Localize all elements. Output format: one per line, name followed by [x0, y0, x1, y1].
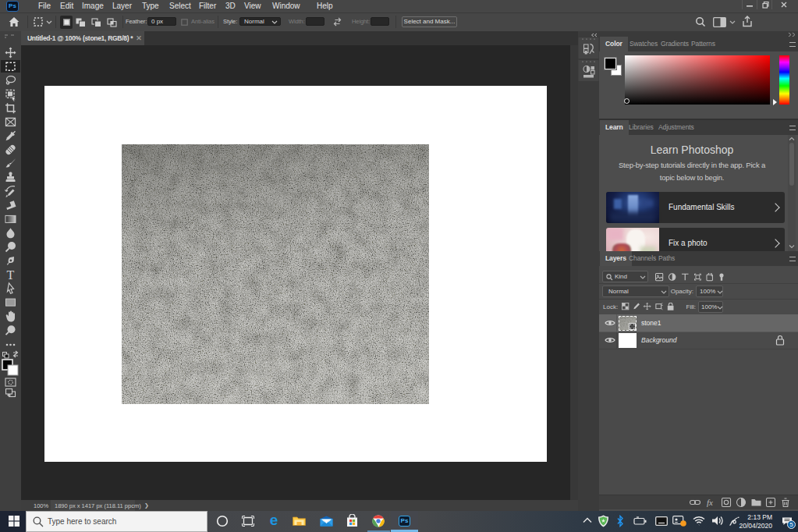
svg-text:T: T	[7, 268, 15, 282]
svg-text:fx: fx	[707, 498, 713, 507]
